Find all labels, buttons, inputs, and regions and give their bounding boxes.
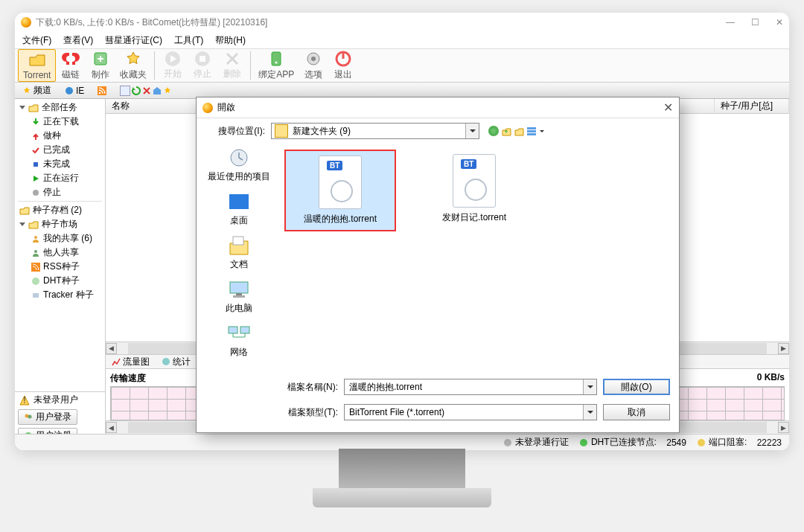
tree-rss[interactable]: RSS种子 bbox=[15, 260, 105, 274]
fav-icon[interactable] bbox=[163, 86, 172, 95]
places-bar: 最近使用的项目 桌面 文档 此电脑 网络 bbox=[205, 147, 272, 376]
tab-rss[interactable] bbox=[92, 85, 112, 97]
tree-all-tasks[interactable]: 全部任务 bbox=[15, 100, 105, 115]
back-icon[interactable] bbox=[488, 126, 499, 136]
app-icon bbox=[21, 17, 31, 28]
tb-favorites[interactable]: 收藏夹 bbox=[115, 49, 151, 82]
register-button[interactable]: 用户注册 bbox=[18, 428, 77, 434]
viewmenu-icon[interactable] bbox=[526, 126, 537, 136]
file-item-1[interactable]: 温暖的抱抱.torrent bbox=[284, 150, 396, 231]
torrent-file-icon bbox=[319, 156, 362, 209]
dialog-titlebar: 開啟 ✕ bbox=[197, 97, 679, 118]
dialog-icon bbox=[202, 103, 213, 113]
tree-tracker[interactable]: Tracker 种子 bbox=[15, 288, 105, 302]
tab-flow[interactable]: 流量图 bbox=[106, 354, 156, 370]
tb-open-magnet[interactable]: 磁链 bbox=[56, 49, 86, 82]
file-list: 温暖的抱抱.torrent 发财日记.torrent bbox=[278, 147, 670, 376]
maximize-button[interactable]: ☐ bbox=[751, 17, 759, 28]
up-icon[interactable] bbox=[501, 126, 511, 136]
menubar: 文件(F) 查看(V) 彗星通行证(C) 工具(T) 帮助(H) bbox=[15, 32, 789, 48]
tree-archive[interactable]: 种子存档 (2) bbox=[15, 203, 105, 217]
filename-combo[interactable]: 溫暖的抱抱.torrent bbox=[344, 379, 597, 395]
svg-rect-31 bbox=[230, 282, 248, 293]
place-documents[interactable]: 文档 bbox=[226, 234, 252, 271]
cancel-button[interactable]: 取消 bbox=[603, 404, 670, 420]
window-title: 下载:0 KB/s, 上传:0 KB/s - BitComet(比特彗星) [2… bbox=[36, 16, 267, 29]
svg-rect-30 bbox=[233, 237, 243, 245]
svg-rect-17 bbox=[31, 263, 40, 272]
dialog-title: 開啟 bbox=[217, 101, 235, 114]
tab-ie[interactable]: IE bbox=[59, 84, 90, 97]
main-toolbar: Torrent 磁链 制作 收藏夹 开始 停止 删除 绑定APP 选项 退出 bbox=[15, 48, 789, 83]
x-icon[interactable] bbox=[142, 86, 151, 95]
dialog-close-button[interactable]: ✕ bbox=[663, 100, 673, 115]
tree-downloading[interactable]: 正在下载 bbox=[15, 115, 105, 129]
svg-point-12 bbox=[99, 92, 101, 94]
tree-myshare[interactable]: 我的共享 (6) bbox=[15, 231, 105, 246]
open-button[interactable]: 開啟(O) bbox=[603, 379, 670, 395]
svg-point-22 bbox=[28, 414, 32, 418]
status-passport[interactable]: 未登录通行证 bbox=[504, 436, 569, 449]
file-item-2[interactable]: 发财日记.torrent bbox=[418, 150, 530, 228]
minimize-button[interactable]: — bbox=[726, 17, 735, 28]
ie-icon bbox=[65, 86, 74, 95]
svg-rect-34 bbox=[229, 327, 237, 333]
menu-tools[interactable]: 工具(T) bbox=[170, 33, 208, 48]
close-button[interactable]: ✕ bbox=[776, 17, 783, 28]
tb-bind-app[interactable]: 绑定APP bbox=[254, 49, 299, 82]
place-network[interactable]: 网络 bbox=[226, 322, 252, 359]
menu-file[interactable]: 文件(F) bbox=[18, 33, 56, 48]
titlebar: 下载:0 KB/s, 上传:0 KB/s - BitComet(比特彗星) [2… bbox=[15, 13, 789, 32]
tree-othershare[interactable]: 他人共享 bbox=[15, 246, 105, 260]
tb-open-torrent[interactable]: Torrent bbox=[18, 49, 56, 82]
dropdown-icon[interactable] bbox=[539, 126, 545, 136]
menu-view[interactable]: 查看(V) bbox=[59, 33, 98, 48]
menu-help[interactable]: 帮助(H) bbox=[211, 33, 250, 48]
tab-stats[interactable]: 统计 bbox=[156, 354, 197, 370]
lookin-combo[interactable]: 新建文件夹 (9) bbox=[271, 123, 479, 139]
tree-market[interactable]: 种子市场 bbox=[15, 217, 105, 231]
svg-point-10 bbox=[66, 87, 73, 94]
tree-stopped[interactable]: 停止 bbox=[15, 185, 105, 199]
svg-rect-32 bbox=[236, 293, 242, 295]
rss-icon bbox=[98, 86, 106, 95]
task-tree: 全部任务 正在下载 做种 已完成 未完成 正在运行 停止 种子存档 (2) 种子… bbox=[15, 99, 105, 391]
sidebar: 全部任务 正在下载 做种 已完成 未完成 正在运行 停止 种子存档 (2) 种子… bbox=[15, 99, 106, 434]
tb-options[interactable]: 选项 bbox=[299, 49, 328, 82]
tree-incomplete[interactable]: 未完成 bbox=[15, 157, 105, 171]
newfolder-icon[interactable] bbox=[514, 126, 524, 136]
bitcomet-window: 下载:0 KB/s, 上传:0 KB/s - BitComet(比特彗星) [2… bbox=[15, 13, 789, 450]
svg-rect-29 bbox=[229, 194, 249, 209]
home-icon[interactable] bbox=[153, 86, 162, 95]
refresh-icon[interactable] bbox=[132, 86, 141, 95]
tb-stop: 停止 bbox=[188, 49, 217, 82]
user-status: !未登录用户 bbox=[15, 392, 105, 408]
svg-rect-19 bbox=[33, 293, 39, 298]
tb-delete: 删除 bbox=[217, 49, 247, 82]
tb-exit[interactable]: 退出 bbox=[328, 49, 358, 82]
tree-completed[interactable]: 已完成 bbox=[15, 143, 105, 157]
svg-rect-25 bbox=[527, 127, 536, 129]
login-button[interactable]: 用户登录 bbox=[18, 409, 77, 425]
place-thispc[interactable]: 此电脑 bbox=[226, 278, 252, 315]
col-seeds[interactable]: 种子/用户[总] bbox=[715, 99, 789, 114]
chart-title: 传输速度 bbox=[110, 372, 146, 385]
lookin-label: 搜尋位置(I): bbox=[205, 125, 265, 138]
filetype-combo[interactable]: BitTorrent File (*.torrent) bbox=[344, 404, 597, 420]
place-desktop[interactable]: 桌面 bbox=[226, 190, 252, 227]
chart-rate: 0 KB/s bbox=[757, 372, 785, 385]
svg-text:!: ! bbox=[23, 395, 25, 406]
filename-label: 檔案名稱(N): bbox=[278, 381, 338, 394]
tree-seeding[interactable]: 做种 bbox=[15, 129, 105, 143]
tree-dht[interactable]: DHT种子 bbox=[15, 274, 105, 288]
svg-point-16 bbox=[34, 250, 37, 253]
place-recent[interactable]: 最近使用的项目 bbox=[208, 147, 270, 183]
tree-running[interactable]: 正在运行 bbox=[15, 171, 105, 185]
svg-point-24 bbox=[162, 358, 170, 365]
tb-create-torrent[interactable]: 制作 bbox=[86, 49, 115, 82]
tab-channel[interactable]: 频道 bbox=[16, 83, 57, 98]
tab-sq1[interactable] bbox=[120, 86, 130, 96]
svg-point-15 bbox=[34, 236, 37, 239]
star-icon bbox=[22, 86, 31, 95]
menu-passport[interactable]: 彗星通行证(C) bbox=[100, 33, 167, 48]
